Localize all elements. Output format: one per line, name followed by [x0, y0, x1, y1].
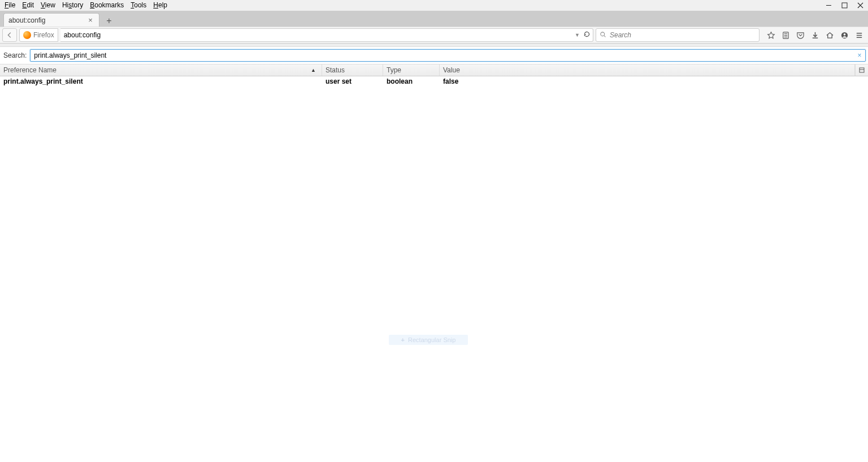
config-table-body: print.always_print_silent user set boole…	[0, 76, 868, 87]
snip-overlay: + Rectangular Snip	[389, 335, 468, 345]
nav-toolbar: Firefox ▼	[0, 27, 868, 44]
menu-help[interactable]: Help	[150, 1, 171, 10]
svg-line-5	[604, 35, 606, 37]
search-input[interactable]	[610, 31, 756, 39]
window-minimize-button[interactable]	[821, 0, 836, 11]
account-button[interactable]	[837, 28, 851, 42]
tab-about-config[interactable]: about:config ×	[3, 13, 99, 27]
tab-strip: about:config × +	[0, 11, 868, 27]
svg-rect-16	[860, 68, 864, 72]
window-maximize-button[interactable]	[836, 0, 852, 11]
svg-point-12	[843, 33, 845, 35]
menu-view[interactable]: View	[37, 1, 59, 10]
url-input[interactable]	[63, 31, 575, 39]
cell-value: false	[440, 77, 868, 85]
config-search-input[interactable]	[30, 49, 866, 62]
menu-tools[interactable]: Tools	[127, 1, 150, 10]
sort-asc-icon: ▲	[311, 67, 318, 73]
cell-preference: print.always_print_silent	[0, 77, 322, 85]
tab-close-button[interactable]: ×	[86, 16, 94, 24]
toolbar-right-icons	[762, 28, 866, 42]
menu-edit[interactable]: Edit	[19, 1, 37, 10]
column-header-type[interactable]: Type	[383, 64, 440, 76]
hamburger-menu-button[interactable]	[852, 28, 866, 42]
url-bar[interactable]: ▼	[60, 28, 593, 42]
search-bar[interactable]	[596, 28, 760, 42]
menu-file[interactable]: File	[1, 1, 19, 10]
bookmark-star-button[interactable]	[764, 28, 778, 42]
config-search-label: Search:	[2, 51, 27, 59]
plus-icon: +	[401, 336, 405, 343]
pocket-button[interactable]	[793, 28, 807, 42]
svg-rect-1	[842, 3, 847, 8]
identity-label: Firefox	[33, 31, 54, 39]
window-close-button[interactable]	[852, 0, 868, 11]
identity-box[interactable]: Firefox	[19, 28, 58, 42]
menu-history[interactable]: History	[59, 1, 86, 10]
column-header-preference[interactable]: Preference Name ▲	[0, 64, 322, 76]
svg-point-4	[601, 32, 605, 36]
menu-bar: FileEditViewHistoryBookmarksToolsHelp	[0, 0, 868, 11]
cell-status: user set	[322, 77, 383, 85]
menu-bookmarks[interactable]: Bookmarks	[86, 1, 127, 10]
column-picker-button[interactable]	[855, 64, 868, 76]
bookmarks-list-button[interactable]	[779, 28, 792, 42]
cell-type: boolean	[383, 77, 440, 85]
config-search-row: Search: ×	[0, 47, 868, 64]
urlbar-dropdown-icon[interactable]: ▼	[575, 32, 580, 38]
window-controls	[821, 0, 868, 11]
column-header-status[interactable]: Status	[322, 64, 383, 76]
home-button[interactable]	[823, 28, 836, 42]
back-button[interactable]	[2, 28, 17, 42]
reload-button[interactable]	[583, 31, 591, 40]
config-table-header: Preference Name ▲ Status Type Value	[0, 64, 868, 76]
table-row[interactable]: print.always_print_silent user set boole…	[0, 76, 868, 87]
search-icon	[600, 31, 606, 40]
config-search-clear-button[interactable]: ×	[856, 51, 863, 59]
new-tab-button[interactable]: +	[103, 15, 115, 27]
firefox-icon	[23, 31, 31, 39]
column-header-value[interactable]: Value	[440, 64, 855, 76]
tab-title: about:config	[8, 16, 86, 24]
downloads-button[interactable]	[808, 28, 822, 42]
